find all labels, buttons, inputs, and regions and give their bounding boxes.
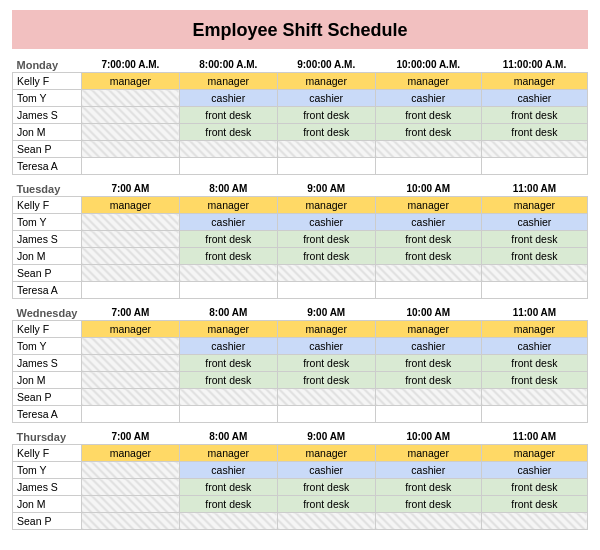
time-header-cell: 7:00 AM	[81, 303, 179, 321]
employee-row: James Sfront deskfront deskfront deskfro…	[13, 479, 588, 496]
schedule-cell	[375, 389, 481, 406]
schedule-cell	[81, 90, 179, 107]
employee-row: Jon Mfront deskfront deskfront deskfront…	[13, 248, 588, 265]
employee-name: Kelly F	[13, 445, 82, 462]
schedule-cell: front desk	[375, 372, 481, 389]
schedule-cell: cashier	[481, 214, 587, 231]
schedule-cell	[81, 214, 179, 231]
schedule-cell	[81, 389, 179, 406]
time-header-cell: 11:00:00 A.M.	[481, 55, 587, 73]
schedule-cell	[81, 265, 179, 282]
schedule-cell: front desk	[481, 496, 587, 513]
schedule-cell: manager	[81, 197, 179, 214]
employee-row: James Sfront deskfront deskfront deskfro…	[13, 355, 588, 372]
schedule-cell: manager	[179, 73, 277, 90]
time-header-cell: 8:00 AM	[179, 427, 277, 445]
employee-name: Sean P	[13, 141, 82, 158]
schedule-cell	[81, 355, 179, 372]
time-header-cell: 8:00:00 A.M.	[179, 55, 277, 73]
schedule-cell	[481, 513, 587, 530]
employee-name: Jon M	[13, 372, 82, 389]
schedule-cell	[81, 282, 179, 299]
schedule-cell: front desk	[375, 231, 481, 248]
schedule-cell	[179, 513, 277, 530]
schedule-cell: manager	[179, 197, 277, 214]
employee-name: Tom Y	[13, 90, 82, 107]
schedule-cell	[277, 141, 375, 158]
employee-row: Sean P	[13, 389, 588, 406]
schedule-cell	[375, 406, 481, 423]
schedule-cell	[375, 513, 481, 530]
employee-name: Sean P	[13, 265, 82, 282]
employee-name: Teresa A	[13, 158, 82, 175]
schedule-cell: manager	[481, 445, 587, 462]
schedule-cell	[481, 406, 587, 423]
schedule-cell	[81, 248, 179, 265]
schedule-cell	[481, 141, 587, 158]
employee-name: Jon M	[13, 496, 82, 513]
schedule-cell: front desk	[179, 479, 277, 496]
employee-name: James S	[13, 479, 82, 496]
schedule-cell: front desk	[179, 248, 277, 265]
schedule-cell: manager	[179, 321, 277, 338]
schedule-cell	[277, 513, 375, 530]
schedule-cell	[81, 462, 179, 479]
time-header-cell: 9:00 AM	[277, 179, 375, 197]
schedule-cell	[481, 389, 587, 406]
employee-row: Tom Ycashiercashiercashiercashier	[13, 338, 588, 355]
schedule-cell	[277, 282, 375, 299]
employee-row: Kelly Fmanagermanagermanagermanagermanag…	[13, 445, 588, 462]
schedule-cell	[277, 389, 375, 406]
schedule-cell: front desk	[179, 496, 277, 513]
employee-row: Kelly Fmanagermanagermanagermanagermanag…	[13, 321, 588, 338]
schedule-cell: front desk	[277, 372, 375, 389]
schedule-cell	[375, 282, 481, 299]
schedule-cell	[81, 406, 179, 423]
employee-name: Tom Y	[13, 338, 82, 355]
schedule-cell: front desk	[481, 124, 587, 141]
day-header-row: Wednesday7:00 AM8:00 AM9:00 AM10:00 AM11…	[13, 303, 588, 321]
schedule-cell: front desk	[481, 248, 587, 265]
schedule-cell	[481, 158, 587, 175]
time-header-cell: 10:00 AM	[375, 303, 481, 321]
employee-name: Jon M	[13, 248, 82, 265]
employee-row: Teresa A	[13, 282, 588, 299]
employee-row: Tom Ycashiercashiercashiercashier	[13, 214, 588, 231]
schedule-cell: cashier	[481, 90, 587, 107]
employee-row: Kelly Fmanagermanagermanagermanagermanag…	[13, 197, 588, 214]
employee-name: James S	[13, 231, 82, 248]
schedule-cell: front desk	[277, 479, 375, 496]
schedule-cell: front desk	[179, 107, 277, 124]
schedule-cell: front desk	[375, 479, 481, 496]
schedule-cell: manager	[375, 445, 481, 462]
employee-row: James Sfront deskfront deskfront deskfro…	[13, 231, 588, 248]
time-header-cell: 11:00 AM	[481, 179, 587, 197]
schedule-cell: front desk	[277, 248, 375, 265]
schedule-cell	[481, 282, 587, 299]
schedule-cell: manager	[81, 445, 179, 462]
schedule-cell	[179, 282, 277, 299]
schedule-cell: manager	[375, 73, 481, 90]
schedule-cell: manager	[481, 321, 587, 338]
schedule-cell	[81, 479, 179, 496]
day-label: Thursday	[13, 427, 82, 445]
employee-name: Kelly F	[13, 321, 82, 338]
employee-row: Jon Mfront deskfront deskfront deskfront…	[13, 124, 588, 141]
schedule-cell	[277, 158, 375, 175]
schedule-cell: manager	[375, 197, 481, 214]
time-header-cell: 7:00:00 A.M.	[81, 55, 179, 73]
time-header-cell: 8:00 AM	[179, 303, 277, 321]
schedule-cell	[277, 406, 375, 423]
schedule-cell: front desk	[481, 355, 587, 372]
schedule-cell: cashier	[375, 338, 481, 355]
schedule-cell: front desk	[277, 107, 375, 124]
time-header-cell: 9:00:00 A.M.	[277, 55, 375, 73]
day-label: Tuesday	[13, 179, 82, 197]
time-header-cell: 7:00 AM	[81, 179, 179, 197]
employee-name: Sean P	[13, 389, 82, 406]
schedule-cell	[179, 158, 277, 175]
schedule-cell: manager	[81, 73, 179, 90]
employee-name: Kelly F	[13, 197, 82, 214]
employee-row: Sean P	[13, 141, 588, 158]
employee-name: Tom Y	[13, 214, 82, 231]
